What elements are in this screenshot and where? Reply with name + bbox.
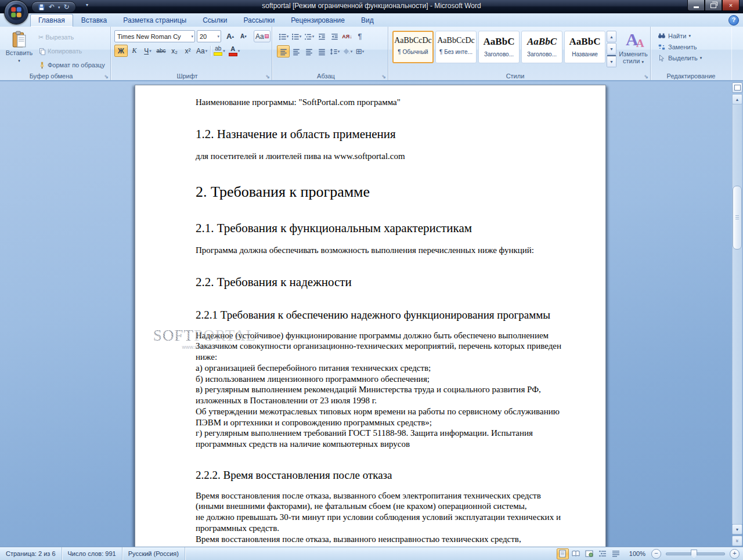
help-button[interactable]: ? <box>728 15 739 26</box>
zoom-slider-track[interactable] <box>666 552 725 555</box>
grow-font-button[interactable]: A▴ <box>223 30 237 42</box>
doc-block-body[interactable]: Программа должна обеспечивать возможност… <box>196 245 571 256</box>
paragraph-dialog-launcher-icon[interactable]: ⇘ <box>381 74 386 80</box>
tab-insert[interactable]: Вставка <box>73 14 116 27</box>
style-normal[interactable]: AaBbCcDc ¶ Обычный <box>392 31 434 63</box>
tab-mailings[interactable]: Рассылки <box>235 14 283 27</box>
doc-block-h3[interactable]: 2.2.2. Время восстановления после отказа <box>196 467 571 483</box>
status-word-count[interactable]: Число слов: 991 <box>62 547 122 560</box>
format-painter-button[interactable]: Формат по образцу <box>36 59 107 71</box>
change-styles-button[interactable]: AA Изменить стили ▾ <box>618 28 649 67</box>
document-page[interactable]: Наименование программы: "SoftPortal.com … <box>135 85 606 547</box>
font-name-combo[interactable]: Times New Roman Cy ▾ <box>114 30 195 42</box>
doc-block-h3[interactable]: 2.2.1 Требования к обеспечению надежного… <box>196 307 571 323</box>
styles-scroll-down[interactable]: ▼ <box>607 43 616 55</box>
zoom-slider-thumb[interactable] <box>691 550 697 559</box>
doc-block-body[interactable]: Время восстановления после отказа, вызва… <box>196 490 571 545</box>
doc-block-body[interactable]: для посетителей и люителей пива на www.s… <box>196 151 571 162</box>
align-right-button[interactable] <box>302 45 315 57</box>
next-page-button[interactable]: » <box>732 536 742 546</box>
close-button[interactable]: × <box>722 0 740 11</box>
clipboard-dialog-launcher-icon[interactable]: ⇘ <box>104 74 109 80</box>
style-heading2[interactable]: AaBbC Заголово... <box>521 31 562 63</box>
zoom-out-button[interactable]: − <box>651 549 661 559</box>
line-spacing-button[interactable]: ▾ <box>328 45 341 57</box>
font-color-button[interactable]: A ▾ <box>227 45 242 57</box>
qat-customize-icon[interactable]: ▾ <box>86 2 88 8</box>
scrollbar-track[interactable] <box>732 104 742 524</box>
underline-dropdown-icon[interactable]: ▾ <box>149 49 152 53</box>
highlight-button[interactable]: ab ▾ <box>212 45 227 57</box>
justify-button[interactable] <box>315 45 328 57</box>
scroll-up-button[interactable]: ▲ <box>732 94 742 104</box>
align-center-button[interactable] <box>290 45 302 57</box>
doc-block-body[interactable]: Надежное (устойчивое) функционирование п… <box>196 330 571 450</box>
decrease-indent-button[interactable] <box>315 30 328 42</box>
doc-block-h1[interactable]: 2. Требования к программе <box>196 183 571 201</box>
font-size-dropdown-icon[interactable]: ▾ <box>215 34 219 39</box>
style-title[interactable]: AaBbC Название <box>564 31 605 63</box>
clear-formatting-button[interactable]: Aa <box>254 30 270 42</box>
subscript-button[interactable]: x₂ <box>168 45 181 57</box>
change-case-button[interactable]: Aa ▾ <box>194 45 209 57</box>
doc-block-h2[interactable]: 2.2. Требования к надежности <box>196 274 571 290</box>
scrollbar-thumb[interactable] <box>733 186 742 250</box>
view-fullscreen-reading-button[interactable] <box>570 548 582 559</box>
increase-indent-button[interactable] <box>328 30 341 42</box>
minimize-button[interactable] <box>687 0 705 11</box>
bold-button[interactable]: Ж <box>114 45 128 57</box>
tab-home[interactable]: Главная <box>30 14 73 27</box>
eraser-icon <box>265 34 269 38</box>
tab-view[interactable]: Вид <box>353 14 382 27</box>
styles-dialog-launcher-icon[interactable]: ⇘ <box>644 74 648 80</box>
tab-review[interactable]: Рецензирование <box>283 14 353 27</box>
doc-block-h2[interactable]: 1.2. Назначение и область применения <box>196 127 571 142</box>
tab-references[interactable]: Ссылки <box>194 14 235 27</box>
vertical-scrollbar: ▲ ▼ » <box>732 82 742 546</box>
status-language[interactable]: Русский (Россия) <box>122 547 185 560</box>
sort-button[interactable]: АЯ↓ <box>341 30 354 42</box>
doc-block-body[interactable]: Наименование программы: "SoftPortal.com … <box>196 97 571 108</box>
underline-button[interactable]: Ч ▾ <box>141 45 154 57</box>
show-marks-button[interactable]: ¶ <box>354 30 366 42</box>
save-icon[interactable] <box>38 3 45 11</box>
undo-icon[interactable]: ↶ <box>49 3 55 10</box>
status-page-number[interactable]: Страница: 2 из 6 <box>0 547 62 560</box>
shrink-font-button[interactable]: A▾ <box>237 30 250 42</box>
view-draft-button[interactable] <box>610 548 622 559</box>
numbering-button[interactable]: ▾ <box>290 30 302 42</box>
styles-gallery-more[interactable]: ▼ <box>607 55 616 67</box>
style-no-spacing[interactable]: AaBbCcDc ¶ Без инте... <box>435 31 477 63</box>
view-outline-button[interactable] <box>597 548 609 559</box>
scroll-down-button[interactable]: ▼ <box>732 524 742 534</box>
style-heading1[interactable]: AaBbC Заголово... <box>478 31 520 63</box>
tab-page-layout[interactable]: Разметка страницы <box>115 14 194 27</box>
select-button[interactable]: Выделить ▾ <box>658 54 730 62</box>
undo-dropdown-icon[interactable]: ▾ <box>58 5 60 9</box>
font-size-combo[interactable]: 20 ▾ <box>197 30 221 42</box>
multilevel-list-button[interactable]: ▾ <box>302 30 315 42</box>
font-name-dropdown-icon[interactable]: ▾ <box>189 34 193 39</box>
office-button[interactable] <box>4 0 28 24</box>
find-button[interactable]: Найти ▾ <box>658 32 730 40</box>
redo-icon[interactable]: ↻ <box>64 3 70 10</box>
styles-scroll-up[interactable]: ▲ <box>607 31 616 42</box>
font-dialog-launcher-icon[interactable]: ⇘ <box>265 74 270 80</box>
italic-button[interactable]: К <box>128 45 141 57</box>
zoom-level[interactable]: 100% <box>629 550 645 557</box>
superscript-button[interactable]: x² <box>181 45 194 57</box>
view-web-layout-button[interactable] <box>583 548 596 559</box>
paste-button[interactable]: Вставить ▾ <box>2 30 36 74</box>
strikethrough-button[interactable]: abc <box>154 45 168 57</box>
zoom-in-button[interactable]: + <box>730 549 740 559</box>
restore-button[interactable] <box>705 0 722 11</box>
view-print-layout-button[interactable] <box>557 548 569 559</box>
align-left-button[interactable] <box>277 45 290 57</box>
replace-button[interactable]: Заменить <box>658 43 730 51</box>
ruler-toggle-button[interactable] <box>732 82 742 93</box>
paste-dropdown-icon[interactable]: ▾ <box>18 59 20 63</box>
bullets-button[interactable]: ▾ <box>277 30 290 42</box>
shading-button[interactable]: ▾ <box>341 45 354 57</box>
doc-block-h2[interactable]: 2.1. Требования к функциональным характе… <box>196 221 571 236</box>
borders-button[interactable]: ⊞▾ <box>354 45 366 57</box>
